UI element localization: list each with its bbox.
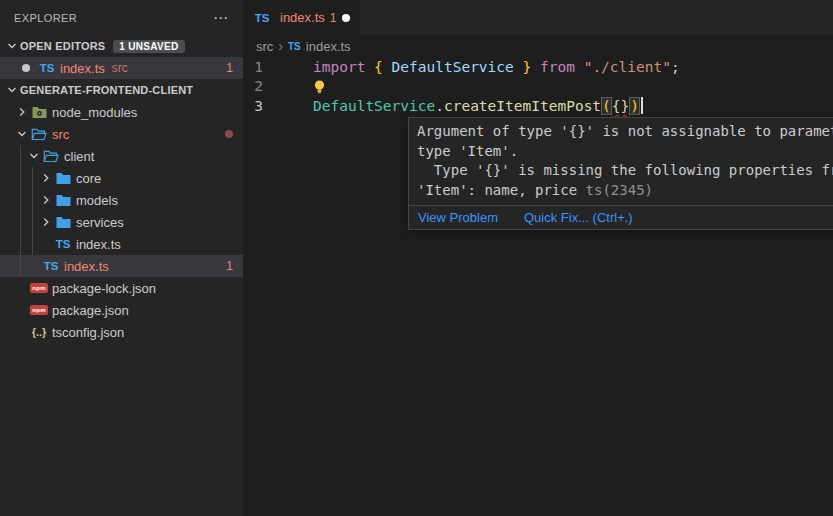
lightbulb-icon[interactable] [313, 79, 326, 94]
cursor-caret [641, 97, 643, 114]
chevron-down-icon[interactable] [26, 151, 42, 161]
line-number: 2 [243, 78, 263, 94]
tree-item-src[interactable]: src [0, 123, 243, 145]
hover-action-view-problem[interactable]: View Problem [418, 210, 498, 225]
hover-text: type 'Item'. [417, 143, 518, 159]
workspace-label: GENERATE-FRONTEND-CLIENT [20, 84, 193, 96]
code-token: ( [601, 97, 612, 115]
json-icon: {..} [30, 326, 48, 338]
code-token: ) [629, 97, 640, 115]
open-editor-file-name: index.ts [60, 61, 105, 76]
code-line-content: DefaultService.createItemItemPost({}) [313, 97, 643, 115]
unsaved-badge: 1 UNSAVED [113, 40, 184, 53]
chevron-down-icon[interactable] [4, 41, 20, 51]
tree-item-label: index.ts [76, 237, 121, 252]
tree-item-label: index.ts [64, 259, 109, 274]
folder-icon [54, 216, 72, 229]
chevron-right-icon[interactable] [38, 217, 54, 227]
code-editor[interactable]: 1import { DefaultService } from "./clien… [243, 57, 833, 116]
hover-message-line: 'Item': name, price ts(2345) [417, 181, 833, 201]
hover-message-line: type 'Item'. [417, 142, 833, 162]
folder-node-icon [30, 106, 48, 119]
tab-error-count: 1 [330, 11, 337, 25]
hover-action-quick-fix[interactable]: Quick Fix... (Ctrl+.) [524, 210, 633, 225]
tree-item-index.ts[interactable]: TSindex.ts1 [0, 255, 243, 277]
tab-index-ts[interactable]: TS index.ts 1 [243, 0, 360, 35]
code-line[interactable]: 3DefaultService.createItemItemPost({}) [243, 96, 833, 116]
code-line-content: import { DefaultService } from "./client… [313, 59, 680, 75]
hover-message-line: Argument of type '{}' is not assignable … [417, 122, 833, 142]
tree-item-label: src [52, 127, 69, 142]
hover-text: 'Item': name, price [417, 182, 586, 198]
tree-item-index.ts[interactable]: TSindex.ts [0, 233, 243, 255]
breadcrumb-item-src[interactable]: src [256, 39, 273, 54]
line-number: 3 [243, 98, 263, 114]
tree-item-package-lock.json[interactable]: npmpackage-lock.json [0, 277, 243, 299]
file-tree: node_modulessrcclientcoremodelsservicesT… [0, 101, 243, 343]
tree-item-node_modules[interactable]: node_modules [0, 101, 243, 123]
tree-item-label: services [76, 215, 124, 230]
chevron-right-icon[interactable] [38, 173, 54, 183]
code-token: { [374, 59, 383, 75]
tree-item-label: core [76, 171, 101, 186]
code-token: createItemItemPost [444, 98, 601, 114]
tree-item-label: node_modules [52, 105, 137, 120]
breadcrumb-separator: › [278, 38, 283, 54]
code-token: from [531, 59, 583, 75]
tree-item-label: models [76, 193, 118, 208]
hover-message: Argument of type '{}' is not assignable … [409, 118, 833, 205]
code-line[interactable]: 2 [243, 77, 833, 97]
hover-text: ts(2345) [586, 182, 653, 198]
open-editors-section-header[interactable]: OPEN EDITORS 1 UNSAVED [0, 35, 243, 57]
code-token: } [523, 59, 532, 75]
tree-item-label: tsconfig.json [52, 325, 124, 340]
breadcrumb-item-file[interactable]: index.ts [306, 39, 351, 54]
code-line-content [313, 79, 326, 94]
chevron-down-icon[interactable] [14, 129, 30, 139]
error-hover-tooltip: Argument of type '{}' is not assignable … [408, 117, 833, 230]
code-token: import [313, 59, 374, 75]
line-number: 1 [243, 59, 263, 75]
error-count-badge: 1 [226, 61, 233, 75]
ts-file-icon: TS [288, 41, 301, 52]
folder-icon [54, 172, 72, 185]
tree-item-label: package.json [52, 303, 129, 318]
explorer-title: EXPLORER [14, 12, 77, 24]
explorer-sidebar: EXPLORER ⋯ OPEN EDITORS 1 UNSAVED TS ind… [0, 0, 243, 516]
ts-icon: TS [54, 238, 72, 250]
more-actions-icon[interactable]: ⋯ [213, 9, 229, 27]
hover-actions: View ProblemQuick Fix... (Ctrl+.) [409, 205, 833, 229]
code-token: "./client" [584, 59, 671, 75]
code-line[interactable]: 1import { DefaultService } from "./clien… [243, 57, 833, 77]
code-token: DefaultService [313, 98, 435, 114]
chevron-right-icon[interactable] [38, 195, 54, 205]
hover-text: Type '{}' is missing the following prope… [417, 162, 833, 178]
tree-item-core[interactable]: core [0, 167, 243, 189]
folder-open-icon [30, 128, 48, 141]
error-dot-badge [225, 130, 233, 138]
ts-icon: TS [42, 260, 60, 272]
tree-item-tsconfig.json[interactable]: {..}tsconfig.json [0, 321, 243, 343]
tree-item-services[interactable]: services [0, 211, 243, 233]
npm-icon: npm [30, 305, 48, 315]
modified-dot-icon[interactable] [22, 64, 30, 72]
tree-item-package.json[interactable]: npmpackage.json [0, 299, 243, 321]
npm-icon: npm [30, 283, 48, 293]
chevron-down-icon[interactable] [4, 85, 20, 95]
code-token: DefaultService [383, 59, 523, 75]
folder-open-icon [42, 150, 60, 163]
tree-item-label: client [64, 149, 94, 164]
ts-file-icon: TS [253, 12, 271, 24]
hover-text: Argument of type '{}' is not assignable … [417, 123, 833, 139]
unsaved-indicator-dot[interactable] [342, 14, 350, 22]
open-editor-item[interactable]: TS index.ts src 1 [0, 57, 243, 79]
open-editor-file-path: src [112, 61, 128, 75]
error-count-badge: 1 [226, 259, 233, 273]
workspace-section-header[interactable]: GENERATE-FRONTEND-CLIENT [0, 79, 243, 101]
tree-item-client[interactable]: client [0, 145, 243, 167]
ts-file-icon: TS [38, 62, 56, 74]
chevron-right-icon[interactable] [14, 107, 30, 117]
tree-item-models[interactable]: models [0, 189, 243, 211]
code-token: . [435, 98, 444, 114]
tab-title: index.ts [280, 10, 325, 25]
